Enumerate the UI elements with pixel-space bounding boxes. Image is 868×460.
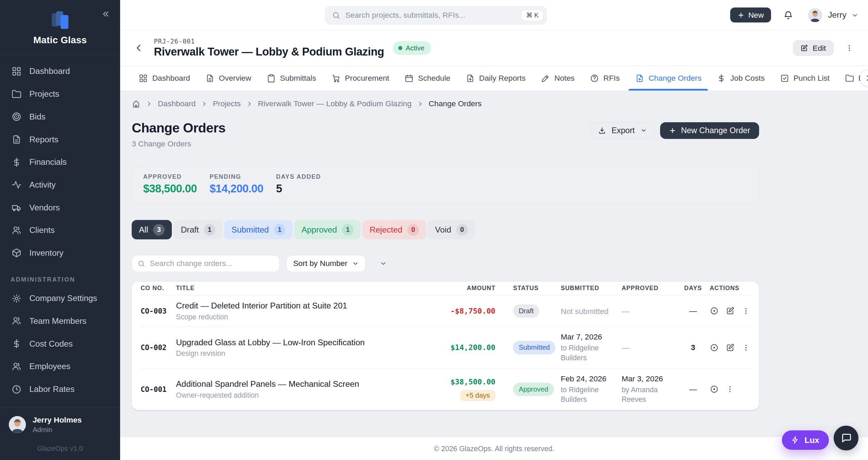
view-icon[interactable]	[710, 385, 719, 394]
change-order-search-input[interactable]: Search change orders...	[132, 255, 279, 272]
users-icon	[12, 225, 21, 235]
sidebar-item-financials[interactable]: Financials	[0, 151, 120, 174]
edit-icon[interactable]	[726, 343, 735, 352]
export-button[interactable]: Export	[590, 122, 655, 139]
chip-count: 0	[407, 224, 419, 236]
chip-count: 3	[153, 224, 165, 236]
tab-procurement[interactable]: Procurement	[332, 66, 389, 91]
sidebar-item-activity[interactable]: Activity	[0, 174, 120, 196]
chip-count: 1	[204, 224, 215, 236]
tab-job-costs[interactable]: Job Costs	[717, 66, 765, 91]
sidebar-user[interactable]: Jerry Holmes Admin	[0, 408, 120, 434]
project-status-badge: Active	[393, 41, 431, 54]
table-row-co-003[interactable]: CO-003Credit — Deleted Interior Partitio…	[141, 295, 750, 327]
tab-change-orders[interactable]: Change Orders	[635, 66, 702, 91]
view-icon[interactable]	[710, 306, 719, 315]
sidebar-item-company-settings[interactable]: Company Settings	[0, 287, 120, 310]
sidebar-item-reports[interactable]: Reports	[0, 128, 120, 151]
chevron-down-icon	[640, 127, 647, 134]
tab-label: Overview	[219, 74, 251, 83]
breadcrumb-item: Change Orders	[429, 99, 482, 108]
filter-chip-rejected[interactable]: Rejected0	[362, 220, 426, 239]
breadcrumb-item[interactable]: Projects	[213, 99, 241, 108]
chat-button[interactable]	[834, 426, 858, 450]
sidebar-item-projects[interactable]: Projects	[0, 83, 120, 106]
folder-icon	[845, 74, 854, 83]
chevron-down-icon	[352, 260, 359, 267]
box-icon	[12, 248, 21, 258]
column-header-approved: APPROVED	[619, 285, 679, 292]
edit-icon[interactable]	[726, 306, 735, 315]
sidebar-item-vendors[interactable]: Vendors	[0, 196, 120, 219]
new-change-order-button[interactable]: New Change Order	[660, 122, 759, 139]
submitted-date: Feb 24, 2026	[561, 374, 619, 383]
filter-chip-draft[interactable]: Draft1	[174, 220, 223, 239]
topbar-avatar[interactable]	[808, 8, 822, 22]
sidebar-item-inventory[interactable]: Inventory	[0, 242, 120, 265]
sidebar-item-dashboard[interactable]: Dashboard	[0, 60, 120, 83]
tab-overview[interactable]: Overview	[206, 66, 251, 91]
app-window: Matic Glass DashboardProjectsBidsReports…	[0, 0, 868, 460]
row-menu-kebab-icon[interactable]	[726, 385, 734, 393]
sort-select[interactable]: Sort by Number	[286, 255, 366, 272]
sidebar-item-clients[interactable]: Clients	[0, 219, 120, 242]
user-menu-chevron-icon[interactable]	[851, 12, 858, 19]
title-cell: Additional Spandrel Panels — Mechanical …	[176, 379, 435, 399]
co-subtitle: Scope reduction	[176, 313, 435, 321]
amount-value: $14,200.00	[451, 343, 495, 352]
project-menu-kebab-icon[interactable]	[844, 43, 855, 53]
sidebar-item-bids[interactable]: Bids	[0, 106, 120, 128]
approved-cell: Mar 3, 2026by Amanda Reeves	[619, 374, 679, 405]
global-search-input[interactable]: Search projects, submittals, RFIs... ⌘ K	[325, 6, 547, 25]
project-meta: PRJ-26-001 Riverwalk Tower — Lobby & Pod…	[154, 38, 384, 58]
sidebar-item-labor-rates[interactable]: Labor Rates	[0, 378, 120, 401]
brand-logo: Matic Glass	[0, 0, 120, 55]
chip-count: 0	[456, 224, 468, 236]
breadcrumb-item[interactable]: Dashboard	[158, 99, 196, 108]
table-row-co-001[interactable]: CO-001Additional Spandrel Panels — Mecha…	[141, 369, 750, 410]
sidebar-item-employees[interactable]: Employees	[0, 355, 120, 378]
status-cell: Submitted	[510, 341, 558, 354]
submitted-note: to Ridgeline Builders	[561, 343, 619, 363]
filter-chip-all[interactable]: All3	[132, 220, 172, 239]
tab-notes[interactable]: Notes	[541, 66, 575, 91]
filter-chip-submitted[interactable]: Submitted1	[224, 220, 293, 239]
search-icon	[137, 260, 145, 268]
sidebar-item-team-members[interactable]: Team Members	[0, 310, 120, 333]
filter-chip-void[interactable]: Void0	[428, 220, 475, 239]
new-button[interactable]: New	[730, 7, 771, 22]
co-title: Upgraded Glass at Lobby — Low-Iron Speci…	[176, 338, 435, 347]
edit-button[interactable]: Edit	[793, 40, 834, 56]
notifications-bell-icon[interactable]	[783, 10, 793, 20]
project-title: Riverwalk Tower — Lobby & Podium Glazing	[154, 46, 384, 58]
breadcrumb-separator-icon	[146, 101, 152, 107]
sidebar: Matic Glass DashboardProjectsBidsReports…	[0, 0, 120, 460]
view-icon[interactable]	[710, 343, 719, 352]
breadcrumb-item[interactable]: Riverwalk Tower — Lobby & Podium Glazing	[258, 99, 411, 108]
more-filters-chevron-icon[interactable]	[380, 260, 387, 267]
page-subtitle: 3 Change Orders	[132, 139, 226, 148]
filter-chip-approved[interactable]: Approved1	[294, 220, 361, 239]
home-icon[interactable]	[132, 99, 141, 108]
tab-submittals[interactable]: Submittals	[267, 66, 316, 91]
change-orders-table: CO NO.TITLEAMOUNTSTATUSSUBMITTEDAPPROVED…	[132, 282, 759, 410]
row-menu-kebab-icon[interactable]	[742, 344, 750, 352]
submitted-note: to Ridgeline Builders	[561, 385, 619, 405]
sidebar-item-cost-codes[interactable]: Cost Codes	[0, 332, 120, 355]
tab-dashboard[interactable]: Dashboard	[139, 66, 190, 91]
tab-punch-list[interactable]: Punch List	[780, 66, 830, 91]
summary-value: 5	[276, 183, 342, 195]
tab-rfis[interactable]: RFIs	[590, 66, 620, 91]
tab-daily-reports[interactable]: Daily Reports	[466, 66, 526, 91]
column-header-title: TITLE	[176, 285, 435, 292]
nav-label: Vendors	[29, 203, 60, 212]
topbar-user-name[interactable]: Jerry	[828, 10, 846, 20]
sidebar-collapse-icon[interactable]	[102, 10, 110, 18]
back-button[interactable]	[134, 43, 144, 53]
row-menu-kebab-icon[interactable]	[742, 307, 750, 315]
table-row-co-002[interactable]: CO-002Upgraded Glass at Lobby — Low-Iron…	[141, 327, 750, 369]
folder-icon	[12, 89, 21, 99]
nav-label: Bids	[29, 112, 45, 122]
lux-assistant-button[interactable]: Lux	[782, 430, 829, 450]
tab-schedule[interactable]: Schedule	[405, 66, 450, 91]
